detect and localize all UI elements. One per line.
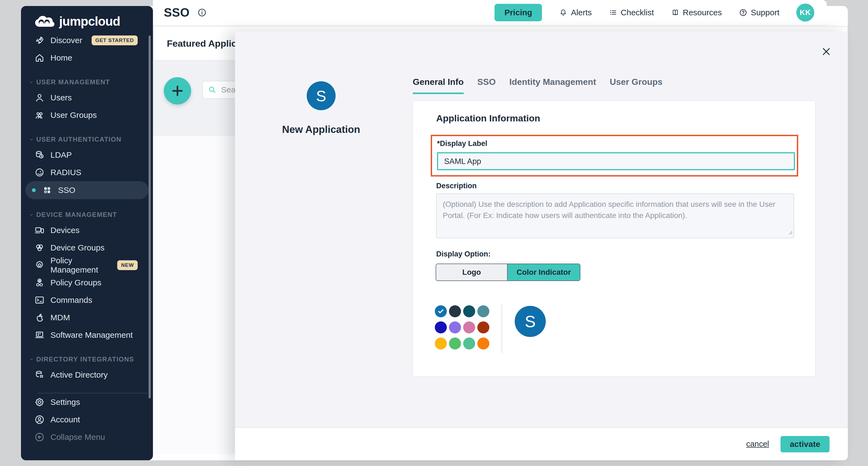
sidebar-item-discover[interactable]: DiscoverGET STARTED	[21, 32, 153, 49]
topnav-support[interactable]: Support	[739, 8, 779, 17]
close-icon[interactable]	[821, 47, 832, 57]
display-label-label: *Display Label	[437, 139, 488, 148]
cancel-button[interactable]: cancel	[746, 440, 769, 448]
pricing-button[interactable]: Pricing	[495, 4, 542, 21]
sidebar-item-mdm[interactable]: MDM	[21, 309, 153, 326]
sidebar-item-software-management[interactable]: Software Management	[21, 326, 153, 344]
sidebar-item-sso[interactable]: SSO	[25, 181, 149, 199]
color-swatch-0d5464[interactable]	[463, 305, 475, 317]
brand-name: jumpcloud	[59, 14, 120, 29]
sidebar-item-label: Commands	[51, 295, 92, 305]
sidebar-item-radius[interactable]: RADIUS	[21, 164, 153, 181]
radar-icon	[34, 167, 45, 178]
sidebar-item-label: Active Directory	[51, 370, 108, 380]
color-swatch-1411b8[interactable]	[435, 321, 447, 333]
tab-sso[interactable]: SSO	[477, 77, 496, 94]
db-clock-icon	[34, 149, 45, 161]
avatar[interactable]: KK	[796, 4, 814, 22]
sidebar-item-label: Policy Groups	[51, 278, 101, 287]
application-name: New Application	[253, 124, 389, 135]
color-swatch-253745[interactable]	[449, 305, 461, 317]
gear-icon	[34, 397, 45, 408]
brand-logo[interactable]: jumpcloud	[34, 13, 153, 29]
sidebar-badge: NEW	[117, 260, 138, 270]
tab-user-groups[interactable]: User Groups	[610, 77, 663, 94]
sidebar-item-label: RADIUS	[51, 168, 81, 177]
application-initial-badge: S	[307, 81, 336, 110]
description-textarea[interactable]	[436, 194, 794, 238]
sidebar-item-user-groups[interactable]: User Groups	[21, 107, 153, 124]
topnav-resources[interactable]: Resources	[671, 8, 722, 17]
color-swatch-fdb511[interactable]	[435, 338, 447, 349]
color-swatch-8a70e8[interactable]	[449, 321, 461, 333]
sidebar-item-label: Devices	[51, 226, 80, 235]
color-swatch-1272ab[interactable]	[435, 305, 447, 317]
sidebar-section-header-user-management[interactable]: USER MANAGEMENT	[21, 75, 153, 89]
sidebar-item-label: Users	[51, 93, 72, 102]
jumpcloud-cloud-icon	[34, 14, 55, 28]
sidebar-item-device-groups[interactable]: Device Groups	[21, 239, 153, 257]
sidebar-item-label: MDM	[51, 313, 70, 322]
plus-icon	[170, 83, 185, 98]
color-swatch-4e8e9b[interactable]	[477, 305, 489, 317]
sidebar-item-devices[interactable]: Devices	[21, 222, 153, 239]
arrow-left-circle-icon	[34, 432, 45, 442]
chevron-down-icon	[29, 137, 34, 142]
sidebar-item-label: Account	[51, 415, 80, 424]
sidebar: jumpcloud DiscoverGET STARTEDHomeUSER MA…	[21, 6, 153, 460]
activate-button[interactable]: activate	[780, 436, 830, 453]
display-option-color-indicator[interactable]: Color Indicator	[507, 264, 580, 281]
sidebar-item-home[interactable]: Home	[21, 49, 153, 66]
card-heading: Application Information	[436, 113, 540, 124]
db-grid-icon	[34, 370, 45, 380]
person-circle-icon	[34, 414, 45, 425]
application-information-card: Application Information *Display Label D…	[412, 100, 816, 377]
sidebar-item-ldap[interactable]: LDAP	[21, 146, 153, 164]
sidebar-item-label: Policy Management	[51, 256, 112, 274]
rocket-icon	[34, 35, 45, 46]
sidebar-section-header-directory-integrations[interactable]: DIRECTORY INTEGRATIONS	[21, 352, 153, 366]
user-icon	[34, 92, 45, 103]
sidebar-section: DiscoverGET STARTEDHome	[21, 32, 153, 66]
sidebar-item-policy-management[interactable]: Policy ManagementNEW	[21, 257, 153, 274]
sidebar-item-label: Settings	[51, 398, 80, 407]
topnav-checklist[interactable]: Checklist	[609, 8, 654, 17]
sidebar-item-label: User Groups	[51, 111, 97, 120]
sidebar-item-commands[interactable]: Commands	[21, 291, 153, 309]
grid-icon	[42, 185, 53, 196]
sidebar-section: USER MANAGEMENTUsersUser Groups	[21, 75, 153, 124]
sidebar-section-header-user-authentication[interactable]: USER AUTHENTICATION	[21, 133, 153, 146]
sidebar-item-policy-groups[interactable]: Policy Groups	[21, 274, 153, 291]
check-icon	[437, 308, 444, 315]
color-swatch-a33209[interactable]	[477, 321, 489, 333]
color-swatch-53c192[interactable]	[463, 338, 475, 349]
add-application-button[interactable]	[164, 77, 191, 105]
home-icon	[34, 52, 45, 63]
sidebar-item-account[interactable]: Account	[21, 411, 153, 428]
sidebar-item-settings[interactable]: Settings	[21, 394, 153, 411]
sidebar-item-collapse-menu[interactable]: Collapse Menu	[21, 428, 153, 446]
page-title: SSO	[164, 6, 189, 19]
color-swatch-53c169[interactable]	[449, 338, 461, 349]
display-label-input[interactable]	[437, 152, 795, 170]
tab-general-info[interactable]: General Info	[413, 77, 464, 94]
checklist-icon	[609, 8, 617, 17]
sidebar-item-users[interactable]: Users	[21, 89, 153, 107]
color-swatch-f87d09[interactable]	[477, 338, 489, 349]
new-application-modal: S New Application General InfoSSOIdentit…	[235, 32, 848, 460]
sidebar-section-header-device-management[interactable]: DEVICE MANAGEMENT	[21, 208, 153, 222]
sidebar-item-label: LDAP	[51, 150, 72, 159]
color-swatch-d578a6[interactable]	[463, 321, 475, 333]
topnav-alerts[interactable]: Alerts	[559, 8, 592, 17]
display-option-label: Display Option:	[436, 250, 491, 258]
sidebar-scrollbar[interactable]	[149, 35, 151, 398]
sidebar-section: DEVICE MANAGEMENTDevicesDevice GroupsPol…	[21, 208, 153, 344]
info-icon[interactable]	[197, 8, 207, 18]
tab-identity-management[interactable]: Identity Management	[509, 77, 596, 94]
display-label-highlight: *Display Label	[431, 135, 798, 177]
search-icon	[208, 85, 217, 95]
question-icon	[739, 8, 747, 17]
display-option-logo[interactable]: Logo	[436, 264, 507, 281]
sidebar-item-active-directory[interactable]: Active Directory	[21, 366, 153, 384]
sidebar-item-label: Home	[51, 53, 72, 62]
